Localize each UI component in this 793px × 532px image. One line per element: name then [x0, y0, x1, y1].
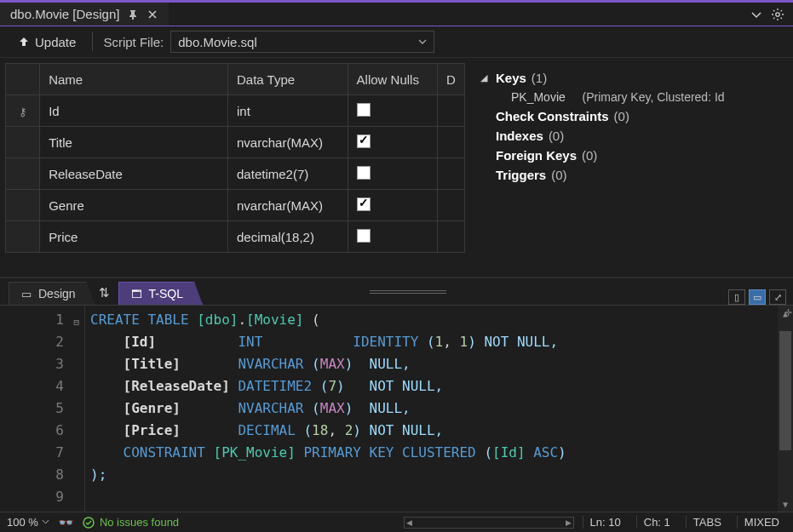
col-header-name[interactable]: Name — [40, 64, 228, 95]
cursor-line[interactable]: Ln: 10 — [583, 516, 628, 529]
tab-tsql[interactable]: 🗔 T-SQL — [118, 282, 203, 305]
expand-icon[interactable]: ◢ — [480, 72, 491, 83]
status-bar: 100 % 👓 No issues found ◀ ▶ Ln: 10 Ch: 1… — [0, 512, 793, 532]
columns-grid[interactable]: Name Data Type Allow Nulls D ⚷ Id int Ti… — [0, 58, 468, 277]
cell-name[interactable]: Id — [40, 95, 228, 127]
cell-name[interactable]: ReleaseDate — [40, 158, 228, 190]
table-row[interactable]: ⚷ Id int — [6, 95, 465, 127]
scroll-left-icon[interactable]: ◀ — [406, 518, 412, 527]
layout-horizontal-icon[interactable]: ▯ — [728, 289, 745, 305]
svg-point-0 — [776, 12, 779, 15]
document-tab-title: dbo.Movie [Design] — [10, 7, 119, 21]
update-button-label: Update — [35, 35, 76, 49]
tree-node-indexes[interactable]: Indexes (0) — [480, 126, 784, 146]
line-number-gutter: ⊟ 1 2 3 4 5 6 7 8 9 — [0, 306, 85, 512]
horizontal-scrollbar[interactable]: ◀ ▶ — [404, 517, 574, 529]
design-icon: ▭ — [21, 288, 32, 300]
cell-name[interactable]: Price — [40, 221, 228, 253]
cell-datatype[interactable]: int — [228, 95, 348, 127]
cell-datatype[interactable]: decimal(18,2) — [228, 221, 348, 253]
table-row[interactable]: Genre nvarchar(MAX) — [6, 190, 465, 221]
cell-datatype[interactable]: nvarchar(MAX) — [228, 127, 348, 158]
cell-datatype[interactable]: nvarchar(MAX) — [228, 190, 348, 221]
swap-panes-icon[interactable]: ⇅ — [90, 281, 118, 305]
cell-name[interactable]: Title — [40, 127, 228, 158]
tree-node-triggers[interactable]: Triggers (0) — [480, 165, 784, 185]
scrollbar-thumb[interactable] — [779, 331, 791, 450]
chevron-down-icon — [418, 37, 427, 46]
scroll-right-icon[interactable]: ▶ — [566, 518, 572, 527]
tab-design[interactable]: ▭ Design — [9, 282, 95, 305]
indent-mode[interactable]: TABS — [686, 516, 728, 529]
line-ending-mode[interactable]: MIXED — [737, 516, 786, 529]
script-file-label: Script File: — [100, 35, 164, 49]
allownulls-checkbox[interactable] — [357, 103, 371, 117]
split-editor-icon[interactable]: ✛ — [785, 305, 792, 318]
table-row[interactable]: ReleaseDate datetime2(7) — [6, 158, 465, 190]
fold-icon[interactable]: ⊟ — [73, 312, 79, 334]
sql-editor[interactable]: ✛ ⊟ 1 2 3 4 5 6 7 8 9 CREATE TABLE [dbo]… — [0, 306, 793, 512]
properties-tree: ◢ Keys (1) PK_Movie (Primary Key, Cluste… — [468, 58, 793, 277]
allownulls-checkbox[interactable] — [357, 166, 371, 180]
col-header-default[interactable]: D — [437, 64, 464, 95]
scroll-down-icon[interactable]: ▼ — [778, 496, 793, 512]
vertical-scrollbar[interactable]: ▲ ▼ — [778, 306, 793, 512]
table-row[interactable]: Price decimal(18,2) — [6, 221, 465, 253]
allownulls-checkbox[interactable] — [357, 134, 371, 148]
gear-icon[interactable] — [771, 8, 784, 21]
chevron-down-icon — [42, 518, 49, 526]
close-icon[interactable] — [147, 9, 158, 20]
cell-datatype[interactable]: datetime2(7) — [228, 158, 348, 190]
tree-node-keys[interactable]: ◢ Keys (1) — [480, 68, 784, 88]
layout-expand-icon[interactable]: ⤢ — [769, 289, 786, 305]
cell-name[interactable]: Genre — [40, 190, 228, 221]
issues-indicator[interactable]: No issues found — [83, 516, 179, 529]
pane-tabbar: ▭ Design ⇅ 🗔 T-SQL ▯ ▭ ⤢ — [0, 278, 793, 306]
layout-vertical-icon[interactable]: ▭ — [749, 289, 766, 305]
zoom-level[interactable]: 100 % — [7, 516, 49, 529]
tree-item-pk[interactable]: PK_Movie (Primary Key, Clustered: Id — [480, 88, 784, 106]
allownulls-checkbox[interactable] — [357, 197, 371, 211]
col-header-datatype[interactable]: Data Type — [228, 64, 348, 95]
designer-toolbar: Update Script File: dbo.Movie.sql — [0, 26, 793, 58]
col-header-allownulls[interactable]: Allow Nulls — [348, 64, 437, 95]
resize-handle[interactable] — [370, 289, 446, 295]
script-file-value: dbo.Movie.sql — [178, 35, 257, 49]
toolbar-separator — [92, 32, 93, 51]
pin-icon[interactable] — [128, 9, 138, 20]
document-tab[interactable]: dbo.Movie [Design] — [0, 3, 170, 26]
copilot-icon[interactable]: 👓 — [58, 515, 74, 530]
tree-node-check[interactable]: Check Constraints (0) — [480, 106, 784, 126]
tree-node-fk[interactable]: Foreign Keys (0) — [480, 146, 784, 165]
code-area[interactable]: CREATE TABLE [dbo].[Movie] ( [Id] INT ID… — [85, 306, 793, 512]
document-tabbar: dbo.Movie [Design] — [0, 0, 793, 26]
window-dropdown-icon[interactable] — [750, 9, 762, 20]
table-row[interactable]: Title nvarchar(MAX) — [6, 127, 465, 158]
cursor-col[interactable]: Ch: 1 — [636, 516, 677, 529]
script-file-combo[interactable]: dbo.Movie.sql — [170, 31, 434, 53]
allownulls-checkbox[interactable] — [357, 229, 371, 243]
update-button[interactable]: Update — [9, 31, 85, 53]
tsql-icon: 🗔 — [131, 288, 142, 300]
primary-key-icon: ⚷ — [19, 106, 27, 118]
grid-header-row: Name Data Type Allow Nulls D — [6, 64, 465, 95]
